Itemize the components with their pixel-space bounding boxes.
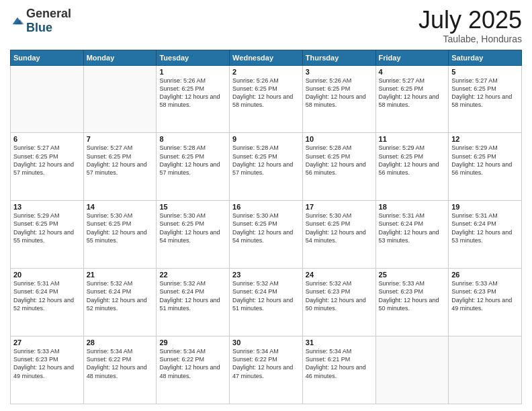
- logo: General Blue: [10, 7, 71, 35]
- day-info: Sunrise: 5:26 AMSunset: 6:25 PMDaylight:…: [232, 77, 300, 109]
- day-info: Sunrise: 5:32 AMSunset: 6:24 PMDaylight:…: [87, 279, 154, 312]
- col-tuesday: Tuesday: [157, 50, 230, 65]
- table-row: 11Sunrise: 5:29 AMSunset: 6:25 PMDayligh…: [375, 133, 449, 201]
- day-info: Sunrise: 5:34 AMSunset: 6:22 PMDaylight:…: [232, 347, 300, 380]
- day-info: Sunrise: 5:31 AMSunset: 6:24 PMDaylight:…: [451, 212, 519, 244]
- table-row: 5Sunrise: 5:27 AMSunset: 6:25 PMDaylight…: [449, 65, 522, 133]
- day-info: Sunrise: 5:28 AMSunset: 6:25 PMDaylight:…: [159, 144, 226, 177]
- col-monday: Monday: [83, 50, 157, 65]
- day-number: 20: [13, 271, 81, 279]
- logo-blue: Blue: [26, 21, 52, 34]
- day-info: Sunrise: 5:30 AMSunset: 6:25 PMDaylight:…: [87, 212, 154, 244]
- day-info: Sunrise: 5:33 AMSunset: 6:23 PMDaylight:…: [451, 279, 519, 312]
- day-info: Sunrise: 5:26 AMSunset: 6:25 PMDaylight:…: [306, 77, 373, 109]
- day-info: Sunrise: 5:32 AMSunset: 6:24 PMDaylight:…: [159, 279, 226, 312]
- day-info: Sunrise: 5:29 AMSunset: 6:25 PMDaylight:…: [379, 144, 446, 177]
- day-info: Sunrise: 5:30 AMSunset: 6:25 PMDaylight:…: [232, 212, 300, 244]
- day-info: Sunrise: 5:31 AMSunset: 6:24 PMDaylight:…: [13, 279, 81, 312]
- day-info: Sunrise: 5:33 AMSunset: 6:23 PMDaylight:…: [13, 347, 81, 380]
- day-number: 12: [451, 135, 519, 143]
- table-row: 2Sunrise: 5:26 AMSunset: 6:25 PMDaylight…: [230, 65, 303, 133]
- table-row: 10Sunrise: 5:28 AMSunset: 6:25 PMDayligh…: [302, 133, 375, 201]
- day-info: Sunrise: 5:34 AMSunset: 6:21 PMDaylight:…: [306, 347, 373, 380]
- day-info: Sunrise: 5:27 AMSunset: 6:25 PMDaylight:…: [87, 144, 154, 177]
- day-number: 30: [232, 338, 300, 347]
- day-number: 24: [306, 271, 373, 279]
- day-number: 25: [379, 271, 446, 279]
- calendar-table: Sunday Monday Tuesday Wednesday Thursday…: [10, 50, 522, 404]
- calendar-header-row: Sunday Monday Tuesday Wednesday Thursday…: [11, 50, 522, 65]
- day-number: 17: [306, 203, 373, 211]
- col-wednesday: Wednesday: [230, 50, 303, 65]
- table-row: [11, 65, 84, 133]
- day-info: Sunrise: 5:26 AMSunset: 6:25 PMDaylight:…: [159, 77, 226, 109]
- day-number: 3: [306, 68, 373, 76]
- day-info: Sunrise: 5:31 AMSunset: 6:24 PMDaylight:…: [379, 212, 446, 244]
- table-row: 8Sunrise: 5:28 AMSunset: 6:25 PMDaylight…: [157, 133, 230, 201]
- day-info: Sunrise: 5:34 AMSunset: 6:22 PMDaylight:…: [87, 347, 154, 380]
- table-row: 19Sunrise: 5:31 AMSunset: 6:24 PMDayligh…: [449, 201, 522, 269]
- table-row: 23Sunrise: 5:32 AMSunset: 6:24 PMDayligh…: [230, 269, 303, 336]
- table-row: 7Sunrise: 5:27 AMSunset: 6:25 PMDaylight…: [83, 133, 157, 201]
- table-row: [375, 336, 449, 404]
- day-number: 23: [232, 271, 300, 279]
- table-row: 21Sunrise: 5:32 AMSunset: 6:24 PMDayligh…: [83, 269, 157, 336]
- table-row: 4Sunrise: 5:27 AMSunset: 6:25 PMDaylight…: [375, 65, 449, 133]
- logo-icon: [10, 13, 25, 28]
- day-number: 4: [379, 68, 446, 76]
- calendar-week-row: 1Sunrise: 5:26 AMSunset: 6:25 PMDaylight…: [11, 65, 522, 133]
- logo-text: General Blue: [26, 7, 71, 35]
- day-info: Sunrise: 5:34 AMSunset: 6:22 PMDaylight:…: [159, 347, 226, 380]
- logo-general: General: [26, 7, 71, 20]
- table-row: 16Sunrise: 5:30 AMSunset: 6:25 PMDayligh…: [230, 201, 303, 269]
- table-row: 9Sunrise: 5:28 AMSunset: 6:25 PMDaylight…: [230, 133, 303, 201]
- table-row: 12Sunrise: 5:29 AMSunset: 6:25 PMDayligh…: [449, 133, 522, 201]
- day-number: 21: [87, 271, 154, 279]
- day-number: 15: [159, 203, 226, 211]
- day-number: 22: [159, 271, 226, 279]
- day-number: 28: [87, 338, 154, 347]
- location: Taulabe, Honduras: [418, 34, 522, 44]
- col-thursday: Thursday: [302, 50, 375, 65]
- day-info: Sunrise: 5:32 AMSunset: 6:24 PMDaylight:…: [232, 279, 300, 312]
- table-row: 1Sunrise: 5:26 AMSunset: 6:25 PMDaylight…: [157, 65, 230, 133]
- day-number: 6: [13, 135, 81, 143]
- calendar-week-row: 27Sunrise: 5:33 AMSunset: 6:23 PMDayligh…: [11, 336, 522, 404]
- month-title: July 2025: [418, 7, 522, 34]
- day-number: 11: [379, 135, 446, 143]
- day-number: 14: [87, 203, 154, 211]
- header: General Blue July 2025 Taulabe, Honduras: [10, 7, 522, 44]
- table-row: 13Sunrise: 5:29 AMSunset: 6:25 PMDayligh…: [11, 201, 84, 269]
- calendar-week-row: 13Sunrise: 5:29 AMSunset: 6:25 PMDayligh…: [11, 201, 522, 269]
- table-row: 18Sunrise: 5:31 AMSunset: 6:24 PMDayligh…: [375, 201, 449, 269]
- day-number: 13: [13, 203, 81, 211]
- day-info: Sunrise: 5:27 AMSunset: 6:25 PMDaylight:…: [13, 144, 81, 177]
- title-block: July 2025 Taulabe, Honduras: [418, 7, 522, 44]
- table-row: 15Sunrise: 5:30 AMSunset: 6:25 PMDayligh…: [157, 201, 230, 269]
- col-saturday: Saturday: [449, 50, 522, 65]
- table-row: [449, 336, 522, 404]
- day-info: Sunrise: 5:27 AMSunset: 6:25 PMDaylight:…: [379, 77, 446, 109]
- table-row: 31Sunrise: 5:34 AMSunset: 6:21 PMDayligh…: [302, 336, 375, 404]
- day-info: Sunrise: 5:30 AMSunset: 6:25 PMDaylight:…: [159, 212, 226, 244]
- day-number: 7: [87, 135, 154, 143]
- day-number: 10: [306, 135, 373, 143]
- calendar-week-row: 20Sunrise: 5:31 AMSunset: 6:24 PMDayligh…: [11, 269, 522, 336]
- page: General Blue July 2025 Taulabe, Honduras…: [0, 0, 532, 411]
- table-row: 28Sunrise: 5:34 AMSunset: 6:22 PMDayligh…: [83, 336, 157, 404]
- day-info: Sunrise: 5:29 AMSunset: 6:25 PMDaylight:…: [451, 144, 519, 177]
- table-row: 22Sunrise: 5:32 AMSunset: 6:24 PMDayligh…: [157, 269, 230, 336]
- day-number: 1: [159, 68, 226, 76]
- table-row: 30Sunrise: 5:34 AMSunset: 6:22 PMDayligh…: [230, 336, 303, 404]
- table-row: 14Sunrise: 5:30 AMSunset: 6:25 PMDayligh…: [83, 201, 157, 269]
- day-number: 18: [379, 203, 446, 211]
- day-number: 2: [232, 68, 300, 76]
- table-row: 3Sunrise: 5:26 AMSunset: 6:25 PMDaylight…: [302, 65, 375, 133]
- day-number: 19: [451, 203, 519, 211]
- day-number: 8: [159, 135, 226, 143]
- day-number: 29: [159, 338, 226, 347]
- day-number: 5: [451, 68, 519, 76]
- day-info: Sunrise: 5:28 AMSunset: 6:25 PMDaylight:…: [306, 144, 373, 177]
- table-row: 6Sunrise: 5:27 AMSunset: 6:25 PMDaylight…: [11, 133, 84, 201]
- day-info: Sunrise: 5:32 AMSunset: 6:23 PMDaylight:…: [306, 279, 373, 312]
